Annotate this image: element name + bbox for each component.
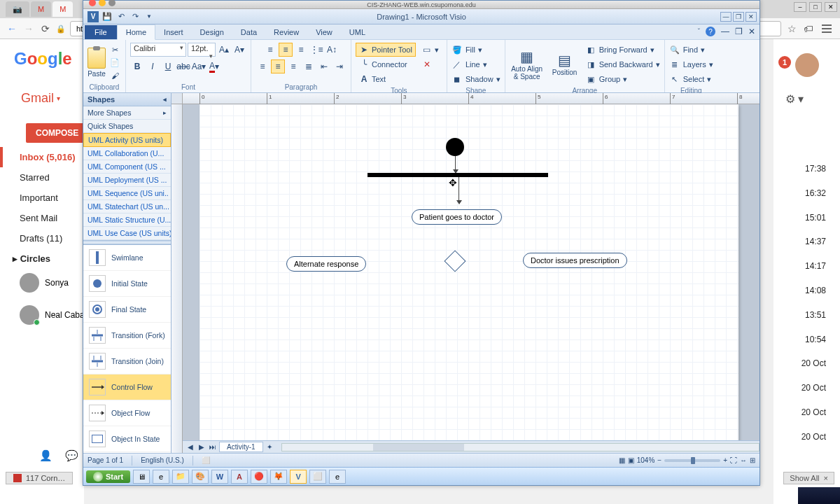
close-button[interactable]: ✕	[825, 2, 837, 12]
tab-home[interactable]: Home	[117, 24, 155, 40]
align-top-icon[interactable]: ≡	[263, 43, 277, 57]
zoom-thumb[interactable]	[691, 457, 695, 464]
fill-button[interactable]: 🪣Fill ▾	[451, 43, 500, 57]
font-size-select[interactable]: 12pt.	[188, 43, 216, 57]
doc-minimize-icon[interactable]: —	[721, 27, 729, 36]
category-item[interactable]: UML Sequence (US uni..	[83, 187, 171, 200]
category-item[interactable]: UML Deployment (US ...	[83, 174, 171, 187]
page-tab[interactable]: Activity-1	[219, 442, 263, 452]
menu-icon[interactable]	[819, 21, 834, 36]
bookmark-icon[interactable]: ☆	[785, 22, 798, 35]
bullets-icon[interactable]: ⋮≡	[309, 43, 323, 57]
pointer-tool[interactable]: ➤Pointer Tool	[356, 43, 416, 57]
zoom-dot[interactable]	[108, 0, 115, 6]
tab-uml[interactable]: UML	[341, 25, 374, 39]
align-middle-icon[interactable]: ≡	[279, 43, 293, 57]
italic-icon[interactable]: I	[146, 59, 160, 74]
copy-icon[interactable]: 📄	[108, 57, 121, 69]
notification-badge[interactable]: 1	[778, 56, 791, 69]
bold-icon[interactable]: B	[130, 59, 144, 74]
category-item[interactable]: UML Component (US ...	[83, 160, 171, 174]
connector[interactable]	[458, 177, 459, 204]
compose-button[interactable]: COMPOSE	[26, 123, 88, 143]
language-status[interactable]: English (U.S.)	[141, 456, 184, 464]
decrease-font-icon[interactable]: A▾	[232, 43, 246, 57]
paste-button[interactable]: Paste	[88, 48, 106, 78]
nav-circles[interactable]: ▸ Circles	[0, 248, 84, 269]
connector[interactable]	[455, 156, 456, 173]
download-item[interactable]: 117 Corn…	[6, 472, 73, 484]
taskbar-folder[interactable]: 📁	[172, 470, 189, 484]
decrease-indent-icon[interactable]: ⇤	[317, 59, 331, 74]
nav-important[interactable]: Important	[0, 188, 84, 208]
align-right-icon[interactable]: ≡	[286, 59, 300, 74]
delete-connector[interactable]: ✕	[419, 57, 442, 71]
view-normal-icon[interactable]: ▦	[619, 456, 625, 464]
activity-shape[interactable]: Doctor issues prescription	[523, 253, 627, 268]
shapes-header[interactable]: Shapes◂	[83, 93, 171, 106]
stencil-control-flow[interactable]: Control Flow	[83, 374, 171, 400]
taskbar-explorer[interactable]: 🖥	[133, 470, 150, 484]
prev-page-icon[interactable]: ◀	[186, 443, 195, 451]
canvas[interactable]: ✥ Patient goes to doctor Alternate respo…	[183, 104, 760, 440]
record-macro-icon[interactable]: ⬜	[202, 456, 210, 464]
browser-tab-active[interactable]: M	[52, 1, 73, 17]
close-button[interactable]: ✕	[746, 12, 757, 22]
bring-forward-button[interactable]: ◧Bring Forward ▾	[585, 43, 660, 57]
browser-tab[interactable]: M	[31, 1, 51, 17]
fit-width-icon[interactable]: ↔	[740, 456, 747, 464]
minimize-button[interactable]: –	[794, 2, 806, 12]
increase-indent-icon[interactable]: ⇥	[332, 59, 346, 74]
category-item[interactable]: UML Statechart (US un...	[83, 200, 171, 214]
line-button[interactable]: ／Line ▾	[451, 57, 500, 71]
fork-bar-shape[interactable]	[368, 173, 548, 177]
text-tool[interactable]: AText	[356, 72, 416, 86]
find-button[interactable]: 🔍Find ▾	[669, 43, 713, 57]
start-button[interactable]: Start	[86, 470, 130, 483]
autoalign-button[interactable]: ▦Auto Align & Space	[510, 49, 545, 80]
back-button[interactable]: ←	[6, 22, 18, 35]
strikethrough-icon[interactable]: abc	[176, 59, 190, 74]
forward-button[interactable]: →	[22, 22, 35, 35]
show-all-downloads[interactable]: Show All×	[783, 472, 834, 484]
taskbar-paint[interactable]: 🎨	[192, 470, 209, 484]
taskbar-unknown[interactable]: ⬜	[309, 470, 326, 484]
connector-tool[interactable]: ╰Connector	[356, 57, 416, 71]
send-backward-button[interactable]: ◨Send Backward ▾	[585, 57, 660, 71]
scroll-thumb[interactable]	[373, 444, 464, 451]
tab-file[interactable]: File	[85, 25, 117, 39]
gmail-label[interactable]: Gmail▾	[21, 91, 60, 106]
tab-view[interactable]: View	[307, 25, 341, 39]
new-page-icon[interactable]: ✦	[265, 443, 274, 451]
case-icon[interactable]: Aa▾	[192, 59, 206, 74]
page[interactable]: ✥ Patient goes to doctor Alternate respo…	[200, 104, 738, 440]
activity-shape[interactable]: Alternate response	[286, 256, 366, 272]
browser-tab[interactable]: 📷	[6, 1, 29, 17]
stencil-initial-state[interactable]: Initial State	[83, 271, 171, 297]
horizontal-scrollbar[interactable]	[281, 443, 760, 451]
zoom-slider[interactable]	[664, 459, 720, 462]
minimize-dot[interactable]	[99, 0, 106, 6]
format-painter-icon[interactable]: 🖌	[108, 70, 121, 81]
stencil-swimlane[interactable]: Swimlane	[83, 245, 171, 271]
layers-button[interactable]: ≣Layers ▾	[669, 57, 713, 71]
zoom-out-icon[interactable]: −	[657, 456, 662, 464]
tab-design[interactable]: Design	[192, 25, 232, 39]
taskbar-visio[interactable]: V	[290, 470, 307, 484]
extension-icon[interactable]: 🏷	[802, 22, 815, 35]
stencil-final-state[interactable]: Final State	[83, 297, 171, 323]
increase-font-icon[interactable]: A▴	[217, 43, 231, 57]
fit-page-icon[interactable]: ⛶	[730, 456, 737, 464]
person-icon[interactable]: 👤	[39, 449, 52, 462]
tab-insert[interactable]: Insert	[155, 25, 192, 39]
next-page-icon[interactable]: ▶	[197, 443, 206, 451]
text-direction-icon[interactable]: A↕	[325, 43, 339, 57]
restore-button[interactable]: ❐	[733, 12, 744, 22]
align-bottom-icon[interactable]: ≡	[294, 43, 308, 57]
collapse-icon[interactable]: ◂	[163, 96, 167, 103]
undo-icon[interactable]: ↶	[115, 11, 127, 22]
stencil-transition-fork[interactable]: Transition (Fork)	[83, 323, 171, 349]
nav-inbox[interactable]: Inbox (5,016)	[0, 147, 84, 167]
group-button[interactable]: ▣Group ▾	[585, 72, 660, 86]
view-full-icon[interactable]: ▣	[628, 456, 634, 464]
